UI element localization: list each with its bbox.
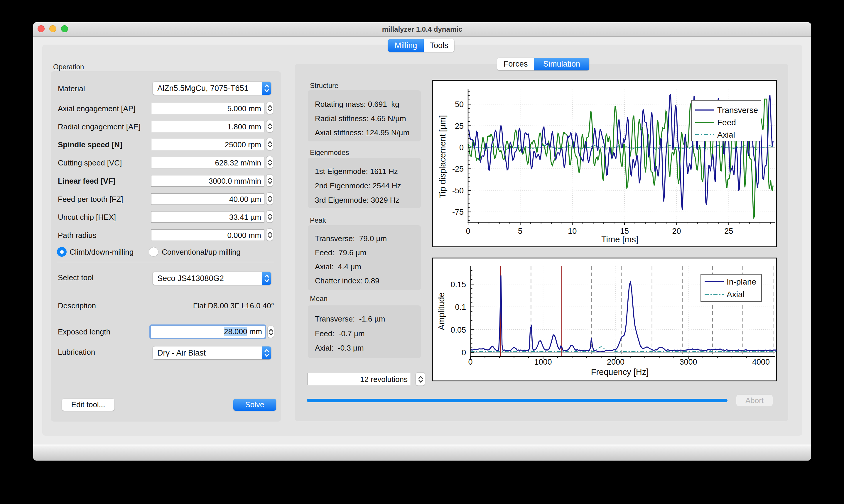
svg-text:-75: -75 <box>452 208 464 216</box>
svg-text:0: 0 <box>459 143 464 152</box>
svg-text:1000: 1000 <box>534 358 552 366</box>
svg-text:Axial: Axial <box>726 290 744 299</box>
svg-text:Axial: Axial <box>717 130 735 139</box>
svg-text:Frequency [Hz]: Frequency [Hz] <box>591 367 649 377</box>
svg-text:25: 25 <box>455 122 464 130</box>
svg-text:Amplitude: Amplitude <box>437 292 446 330</box>
svg-text:0: 0 <box>468 358 472 366</box>
svg-text:0.05: 0.05 <box>450 326 466 335</box>
svg-text:-50: -50 <box>452 186 464 195</box>
svg-text:Transverse: Transverse <box>717 106 758 115</box>
svg-text:0.1: 0.1 <box>455 303 466 311</box>
svg-text:4000: 4000 <box>752 358 770 366</box>
svg-text:Feed: Feed <box>717 118 736 127</box>
svg-text:Tip displacement [µm]: Tip displacement [µm] <box>438 115 447 198</box>
svg-text:0.15: 0.15 <box>450 280 466 289</box>
svg-text:-25: -25 <box>452 165 464 174</box>
svg-text:0: 0 <box>466 227 470 236</box>
svg-text:15: 15 <box>620 227 629 236</box>
svg-text:Time [ms]: Time [ms] <box>601 235 638 244</box>
svg-text:In-plane: In-plane <box>726 277 756 286</box>
svg-text:3000: 3000 <box>679 358 697 366</box>
svg-text:10: 10 <box>568 227 577 236</box>
svg-text:50: 50 <box>455 100 464 109</box>
svg-text:0: 0 <box>462 348 466 357</box>
svg-text:5: 5 <box>518 227 522 236</box>
svg-text:25: 25 <box>724 227 733 236</box>
svg-text:20: 20 <box>672 227 681 236</box>
svg-text:2000: 2000 <box>607 358 625 366</box>
